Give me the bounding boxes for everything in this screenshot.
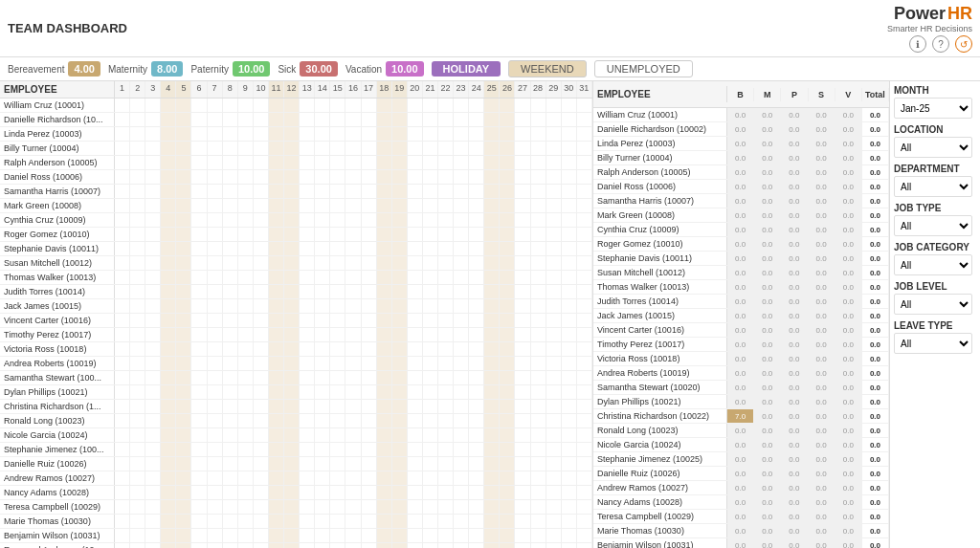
cal-day-cell[interactable] — [484, 443, 500, 456]
cal-day-cell[interactable] — [176, 185, 191, 198]
cal-day-cell[interactable] — [300, 414, 315, 427]
cal-day-cell[interactable] — [254, 285, 269, 298]
cal-day-cell[interactable] — [315, 127, 330, 141]
cal-day-cell[interactable] — [408, 271, 423, 284]
cal-day-cell[interactable] — [330, 486, 345, 499]
cal-day-cell[interactable] — [500, 400, 515, 413]
cal-day-cell[interactable] — [531, 457, 546, 471]
cal-day-cell[interactable] — [500, 170, 515, 184]
cal-day-cell[interactable] — [423, 314, 438, 327]
cal-day-cell[interactable] — [145, 170, 161, 184]
cal-day-cell[interactable] — [130, 156, 145, 169]
cal-day-cell[interactable] — [454, 127, 469, 141]
cal-day-cell[interactable] — [469, 457, 484, 471]
cal-day-cell[interactable] — [438, 543, 454, 548]
cal-day-cell[interactable] — [469, 328, 484, 341]
cal-day-cell[interactable] — [469, 400, 484, 413]
cal-day-cell[interactable] — [176, 543, 191, 548]
cal-day-cell[interactable] — [469, 357, 484, 370]
cal-day-cell[interactable] — [562, 285, 577, 298]
cal-day-cell[interactable] — [408, 342, 423, 356]
cal-day-cell[interactable] — [284, 500, 300, 514]
department-select[interactable]: All — [894, 176, 972, 197]
cal-day-cell[interactable] — [315, 428, 330, 442]
cal-day-cell[interactable] — [208, 500, 223, 514]
cal-day-cell[interactable] — [284, 443, 300, 456]
cal-day-cell[interactable] — [438, 443, 454, 456]
cal-day-cell[interactable] — [345, 371, 361, 384]
cal-day-cell[interactable] — [161, 256, 176, 270]
cal-day-cell[interactable] — [161, 213, 176, 227]
cal-day-cell[interactable] — [577, 486, 592, 499]
cal-day-cell[interactable] — [562, 299, 577, 313]
cal-day-cell[interactable] — [254, 471, 269, 485]
cal-day-cell[interactable] — [223, 400, 238, 413]
cal-day-cell[interactable] — [315, 285, 330, 298]
cal-day-cell[interactable] — [254, 529, 269, 542]
cal-day-cell[interactable] — [484, 127, 500, 141]
cal-day-cell[interactable] — [362, 142, 377, 155]
cal-day-cell[interactable] — [484, 185, 500, 198]
cal-day-cell[interactable] — [345, 185, 361, 198]
cal-day-cell[interactable] — [500, 242, 515, 255]
cal-day-cell[interactable] — [577, 242, 592, 255]
cal-day-cell[interactable] — [469, 342, 484, 356]
cal-day-cell[interactable] — [176, 400, 191, 413]
cal-day-cell[interactable] — [515, 185, 530, 198]
cal-day-cell[interactable] — [546, 156, 562, 169]
cal-day-cell[interactable] — [392, 170, 408, 184]
cal-day-cell[interactable] — [269, 156, 284, 169]
cal-day-cell[interactable] — [284, 142, 300, 155]
cal-day-cell[interactable] — [562, 486, 577, 499]
cal-day-cell[interactable] — [345, 400, 361, 413]
cal-day-cell[interactable] — [145, 385, 161, 399]
cal-day-cell[interactable] — [484, 515, 500, 528]
cal-day-cell[interactable] — [254, 185, 269, 198]
cal-day-cell[interactable] — [515, 515, 530, 528]
cal-day-cell[interactable] — [392, 486, 408, 499]
cal-day-cell[interactable] — [577, 342, 592, 356]
cal-day-cell[interactable] — [454, 486, 469, 499]
cal-day-cell[interactable] — [223, 213, 238, 227]
cal-day-cell[interactable] — [454, 428, 469, 442]
cal-day-cell[interactable] — [392, 256, 408, 270]
cal-day-cell[interactable] — [300, 99, 315, 112]
cal-day-cell[interactable] — [161, 357, 176, 370]
cal-day-cell[interactable] — [269, 414, 284, 427]
cal-day-cell[interactable] — [223, 299, 238, 313]
cal-day-cell[interactable] — [208, 185, 223, 198]
cal-day-cell[interactable] — [284, 170, 300, 184]
cal-day-cell[interactable] — [423, 342, 438, 356]
cal-day-cell[interactable] — [238, 256, 254, 270]
cal-day-cell[interactable] — [546, 228, 562, 241]
cal-day-cell[interactable] — [454, 500, 469, 514]
cal-day-cell[interactable] — [254, 314, 269, 327]
cal-day-cell[interactable] — [562, 400, 577, 413]
cal-day-cell[interactable] — [284, 371, 300, 384]
cal-day-cell[interactable] — [577, 113, 592, 126]
cal-day-cell[interactable] — [284, 414, 300, 427]
cal-day-cell[interactable] — [315, 213, 330, 227]
cal-day-cell[interactable] — [423, 113, 438, 126]
cal-day-cell[interactable] — [315, 500, 330, 514]
cal-day-cell[interactable] — [577, 228, 592, 241]
cal-day-cell[interactable] — [423, 414, 438, 427]
cal-day-cell[interactable] — [500, 515, 515, 528]
cal-day-cell[interactable] — [469, 443, 484, 456]
cal-day-cell[interactable] — [238, 156, 254, 169]
cal-day-cell[interactable] — [315, 314, 330, 327]
cal-day-cell[interactable] — [238, 314, 254, 327]
cal-day-cell[interactable] — [392, 199, 408, 212]
cal-day-cell[interactable] — [284, 127, 300, 141]
cal-day-cell[interactable] — [330, 256, 345, 270]
cal-day-cell[interactable] — [454, 242, 469, 255]
cal-day-cell[interactable] — [238, 414, 254, 427]
cal-day-cell[interactable] — [546, 271, 562, 284]
cal-day-cell[interactable] — [315, 414, 330, 427]
cal-day-cell[interactable] — [423, 228, 438, 241]
cal-day-cell[interactable] — [362, 170, 377, 184]
cal-day-cell[interactable] — [300, 256, 315, 270]
cal-day-cell[interactable] — [500, 342, 515, 356]
cal-day-cell[interactable] — [208, 428, 223, 442]
cal-day-cell[interactable] — [330, 299, 345, 313]
